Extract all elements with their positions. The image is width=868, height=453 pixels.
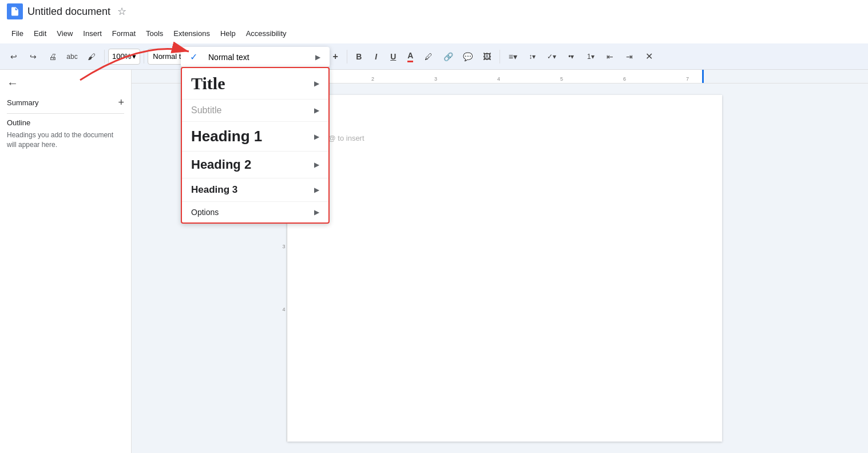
zoom-dropdown-icon: ▾ [132, 52, 136, 61]
star-icon[interactable]: ☆ [117, 5, 126, 18]
bullet-list-button[interactable]: •▾ [562, 47, 580, 66]
highlight-button[interactable]: 🖊 [419, 47, 438, 66]
page[interactable]: @ to insert [287, 95, 722, 442]
summary-label: Summary [7, 98, 39, 107]
options-label: Options [191, 208, 219, 217]
print-button[interactable]: 🖨 [43, 47, 62, 66]
sidebar-divider [7, 113, 124, 114]
dropdown-normal-section: ✓ Normal text ▶ [181, 47, 330, 67]
h2-arrow: ▶ [314, 161, 319, 169]
ruler-tick-2: 2 [371, 76, 374, 82]
title-bar: Untitled document ☆ [0, 0, 868, 23]
link-button[interactable]: 🔗 [439, 47, 457, 66]
title-label: Title [191, 74, 225, 93]
ruler-tick-6: 6 [623, 76, 626, 82]
menu-file[interactable]: File [7, 27, 28, 40]
style-dropdown[interactable]: ✓ Normal text ▶ Title ▶ Subtitle ▶ Headi… [181, 47, 330, 224]
dropdown-main-section: Title ▶ Subtitle ▶ Heading 1 ▶ Heading 2… [181, 67, 330, 224]
menu-tools[interactable]: Tools [141, 27, 168, 40]
subtitle-label: Subtitle [191, 105, 221, 116]
outline-description: Headings you add to the document will ap… [7, 130, 124, 150]
h3-arrow: ▶ [314, 186, 319, 194]
toolbar: ↩ ↪ 🖨 abc 🖌 100% ▾ Normal text ▾ Arial ▾… [0, 43, 868, 70]
decrease-indent-button[interactable]: ⇤ [601, 47, 619, 66]
menu-help[interactable]: Help [216, 27, 240, 40]
font-size-increase[interactable]: + [327, 49, 343, 65]
toolbar-sep-6 [500, 50, 500, 63]
title-arrow: ▶ [314, 80, 319, 88]
menu-view[interactable]: View [52, 27, 77, 40]
redo-button[interactable]: ↪ [24, 47, 42, 66]
paint-format-button[interactable]: 🖌 [82, 47, 101, 66]
ruler-marker [702, 70, 704, 83]
sidebar: ← Summary + Outline Headings you add to … [0, 70, 132, 453]
dropdown-options-item[interactable]: Options ▶ [182, 202, 328, 222]
dropdown-h1-item[interactable]: Heading 1 ▶ [182, 122, 328, 152]
ruler-tick-5: 5 [560, 76, 563, 82]
menu-insert[interactable]: Insert [78, 27, 106, 40]
bold-button[interactable]: B [351, 49, 367, 65]
zoom-selector[interactable]: 100% ▾ [108, 49, 140, 65]
menu-extensions[interactable]: Extensions [169, 27, 215, 40]
h1-label: Heading 1 [191, 128, 262, 145]
main-area: ← Summary + Outline Headings you add to … [0, 70, 868, 453]
spell-check-button[interactable]: abc [63, 47, 81, 66]
app-icon [7, 3, 23, 19]
zoom-value: 100% [112, 52, 131, 61]
toolbar-sep-5 [347, 50, 347, 63]
summary-section: Summary + [7, 97, 124, 109]
dropdown-h2-item[interactable]: Heading 2 ▶ [182, 152, 328, 178]
menu-bar: File Edit View Insert Format Tools Exten… [0, 23, 868, 43]
text-color-button[interactable]: A [402, 49, 418, 65]
ruler-inner: 1 2 3 4 5 6 7 [269, 70, 704, 83]
image-button[interactable]: 🖼 [478, 47, 496, 66]
dropdown-normal-text-item[interactable]: ✓ Normal text ▶ [181, 47, 330, 67]
page-placeholder: @ to insert [328, 134, 681, 142]
check-icon: ✓ [190, 51, 201, 62]
ruler-tick-3: 3 [434, 76, 437, 82]
dropdown-normal-text-label: Normal text [208, 53, 249, 62]
dropdown-title-item[interactable]: Title ▶ [182, 68, 328, 100]
options-arrow: ▶ [314, 208, 319, 216]
h1-arrow: ▶ [314, 133, 319, 141]
line-spacing-button[interactable]: ↕▾ [523, 47, 541, 66]
underline-button[interactable]: U [385, 49, 401, 65]
subtitle-arrow: ▶ [314, 106, 319, 114]
toolbar-sep-1 [104, 50, 105, 63]
outline-label: Outline [7, 118, 124, 127]
normal-text-arrow: ▶ [315, 53, 320, 61]
italic-button[interactable]: I [368, 49, 384, 65]
h3-label: Heading 3 [191, 184, 237, 196]
ruler-tick-7: 7 [686, 76, 689, 82]
comment-button[interactable]: 💬 [458, 47, 477, 66]
numbered-list-button[interactable]: 1▾ [581, 47, 600, 66]
summary-add-icon[interactable]: + [118, 97, 124, 109]
menu-format[interactable]: Format [108, 27, 140, 40]
toolbar-sep-2 [144, 50, 144, 63]
dropdown-subtitle-item[interactable]: Subtitle ▶ [182, 100, 328, 122]
undo-button[interactable]: ↩ [5, 47, 23, 66]
clear-format-button[interactable]: ✕ [640, 47, 658, 66]
align-button[interactable]: ≡▾ [504, 47, 522, 66]
h2-label: Heading 2 [191, 157, 251, 172]
dropdown-h3-item[interactable]: Heading 3 ▶ [182, 178, 328, 202]
document-title[interactable]: Untitled document [27, 6, 110, 18]
ruler-tick-4: 4 [497, 76, 500, 82]
menu-accessibility[interactable]: Accessibility [241, 27, 291, 40]
sidebar-back-button[interactable]: ← [7, 77, 124, 90]
menu-edit[interactable]: Edit [29, 27, 51, 40]
checklist-button[interactable]: ✓▾ [542, 47, 561, 66]
increase-indent-button[interactable]: ⇥ [620, 47, 639, 66]
